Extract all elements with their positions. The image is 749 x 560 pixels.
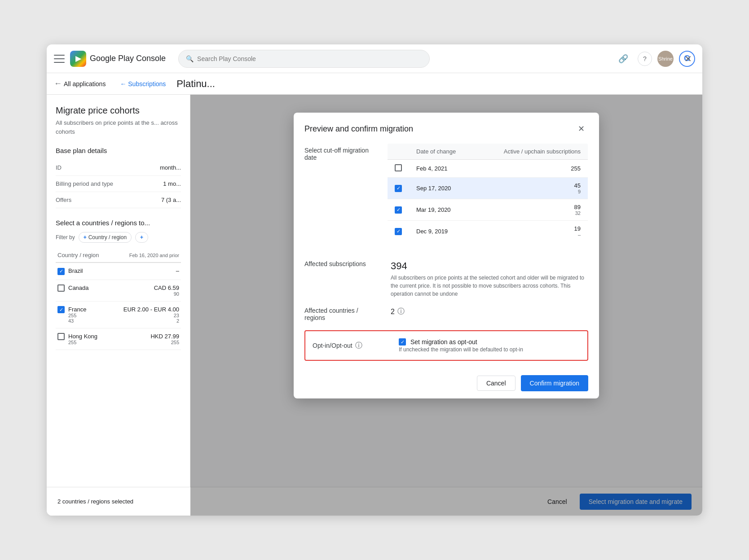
date-checkbox-dec2019[interactable]: ✓	[395, 228, 402, 235]
detail-offers: Offers 7 (3 a...	[56, 192, 181, 208]
app-title: Google Play Console	[90, 54, 166, 63]
active-mar2020: 8932	[476, 199, 588, 221]
date-row-dec2019: ✓ Dec 9, 2019 19–	[388, 221, 588, 242]
search-input[interactable]	[197, 55, 422, 62]
affected-regions-content: 2 ⓘ	[391, 307, 588, 321]
back-all-apps[interactable]: ← All applications	[54, 79, 106, 88]
date-row-feb2021: Feb 4, 2021 255	[388, 160, 588, 178]
optin-checkbox-label: Set migration as opt-out	[410, 338, 477, 346]
checkbox-canada[interactable]	[57, 284, 65, 292]
subscriptions-link[interactable]: ← Subscriptions	[120, 80, 166, 88]
date-col-header: Date of change	[409, 144, 476, 160]
affected-desc: All subscribers on price points at the s…	[391, 274, 588, 298]
country-france: France25543	[66, 301, 108, 328]
country-brazil: Brazil	[66, 262, 108, 280]
date-sep2020: Sep 17, 2020	[409, 178, 476, 199]
modal-title: Preview and confirm migration	[304, 124, 413, 134]
date-row-sep2020: ✓ Sep 17, 2020 459	[388, 178, 588, 199]
date-checkbox-feb2021[interactable]	[395, 164, 402, 171]
optin-help-icon[interactable]: ⓘ	[355, 341, 362, 350]
date-mar2020: Mar 19, 2020	[409, 199, 476, 221]
detail-id: ID month...	[56, 160, 181, 176]
countries-section: Select a countries / regions to... Filte…	[56, 219, 181, 350]
optin-hint: If unchecked the migration will be defau…	[399, 346, 580, 353]
date-checkbox-sep2020[interactable]: ✓	[395, 185, 402, 192]
checkbox-brazil[interactable]: ✓	[57, 268, 65, 275]
table-row: Hong Kong255 HKD 27.99255	[56, 328, 181, 350]
content-area: Preview and confirm migration ✕ Select c…	[190, 95, 702, 516]
plus-icon-2: +	[140, 234, 143, 241]
table-row: ✓ Brazil –	[56, 262, 181, 280]
date-feb2021: Feb 4, 2021	[409, 160, 476, 178]
modal-dialog: Preview and confirm migration ✕ Select c…	[294, 113, 599, 398]
checkbox-france[interactable]: ✓	[57, 306, 65, 313]
bottom-info: 2 countries / regions selected	[57, 498, 133, 505]
brazil-prior: –	[108, 262, 181, 280]
page-title: Platinu...	[173, 78, 215, 90]
migrate-title: Migrate price cohorts	[56, 105, 181, 116]
link-icon[interactable]: 🔗	[614, 50, 632, 68]
migrate-subtitle: All subscribers on price points at the s…	[56, 118, 181, 136]
date-dec2019: Dec 9, 2019	[409, 221, 476, 242]
modal-footer: Cancel Confirm migration	[294, 370, 599, 398]
hamburger-icon[interactable]	[54, 55, 65, 63]
modal-body: Select cut-off migration date Date of ch…	[294, 136, 599, 361]
active-sep2020: 459	[476, 178, 588, 199]
canada-prior: CAD 6.5990	[108, 280, 181, 301]
second-bar: ← All applications ← Subscriptions Plati…	[47, 73, 702, 95]
affected-subscriptions-section: Affected subscriptions 394 All subscribe…	[304, 260, 588, 298]
filter-chip-add[interactable]: +	[135, 232, 148, 243]
countries-heading: Select a countries / regions to...	[56, 219, 181, 227]
search-icon: 🔍	[186, 55, 194, 62]
prior-col-header: Feb 16, 2020 and prior	[108, 248, 181, 262]
optin-section: Opt-in/Opt-out ⓘ ✓ Set migration as opt-…	[304, 330, 588, 361]
country-canada: Canada	[66, 280, 108, 301]
date-checkbox-mar2020[interactable]: ✓	[395, 206, 402, 214]
date-row-mar2020: ✓ Mar 19, 2020 8932	[388, 199, 588, 221]
help-icon[interactable]: ?	[638, 52, 652, 66]
france-prior: EUR 2.00 - EUR 4.00232	[108, 301, 181, 328]
modal-header: Preview and confirm migration ✕	[294, 113, 599, 136]
modal-confirm-button[interactable]: Confirm migration	[521, 375, 588, 391]
play-logo-icon: ▶	[70, 51, 86, 67]
top-bar: ▶ Google Play Console 🔍 🔗 ? Shrine G	[47, 44, 702, 73]
back-arrow-icon: ←	[54, 79, 62, 88]
affected-regions-count: 2	[391, 308, 395, 316]
active-dec2019: 19–	[476, 221, 588, 242]
affected-regions-label: Affected countries / regions	[304, 307, 376, 321]
country-col-header: Country / region	[56, 248, 108, 262]
regions-help-icon[interactable]: ⓘ	[397, 307, 405, 316]
optin-checkbox[interactable]: ✓	[399, 338, 406, 346]
modal-close-button[interactable]: ✕	[574, 122, 588, 136]
user-avatar[interactable]: Shrine	[657, 51, 674, 67]
optin-label: Opt-in/Opt-out ⓘ	[313, 341, 384, 350]
detail-billing: Billing period and type 1 mo...	[56, 176, 181, 192]
table-row: Canada CAD 6.5990	[56, 280, 181, 301]
side-panel: ✕ Migrate price cohorts All subscribers …	[47, 95, 190, 516]
base-plan-heading: Base plan details	[56, 147, 181, 154]
country-table: Country / region Feb 16, 2020 and prior …	[56, 248, 181, 350]
cutoff-label: Select cut-off migration date	[304, 143, 376, 161]
table-row: ✓ France25543 EUR 2.00 - EUR 4.00232	[56, 301, 181, 328]
search-bar[interactable]: 🔍	[178, 50, 430, 68]
overlay: Preview and confirm migration ✕ Select c…	[190, 95, 702, 516]
date-table: Date of change Active / upchain subscrip…	[387, 143, 588, 242]
country-hongkong: Hong Kong255	[66, 328, 108, 350]
filter-chip-country[interactable]: + Country / region	[79, 232, 132, 243]
main-content: ✕ Migrate price cohorts All subscribers …	[47, 95, 702, 516]
filter-chip-label: Country / region	[88, 234, 127, 241]
optin-content: ✓ Set migration as opt-out If unchecked …	[399, 338, 580, 353]
affected-subs-label: Affected subscriptions	[304, 260, 376, 298]
filter-label: Filter by	[56, 234, 75, 241]
affected-subs-content: 394 All subscribers on price points at t…	[391, 260, 588, 298]
filter-bar: Filter by + Country / region +	[56, 232, 181, 243]
active-feb2021: 255	[476, 160, 588, 178]
active-col-header: Active / upchain subscriptions	[476, 144, 588, 160]
hongkong-prior: HKD 27.99255	[108, 328, 181, 350]
affected-count: 394	[391, 260, 588, 272]
modal-cancel-button[interactable]: Cancel	[477, 376, 515, 391]
plus-icon: +	[84, 234, 87, 241]
affected-regions-section: Affected countries / regions 2 ⓘ	[304, 307, 588, 321]
checkbox-hongkong[interactable]	[57, 333, 65, 340]
logo-area: ▶ Google Play Console	[70, 51, 166, 67]
